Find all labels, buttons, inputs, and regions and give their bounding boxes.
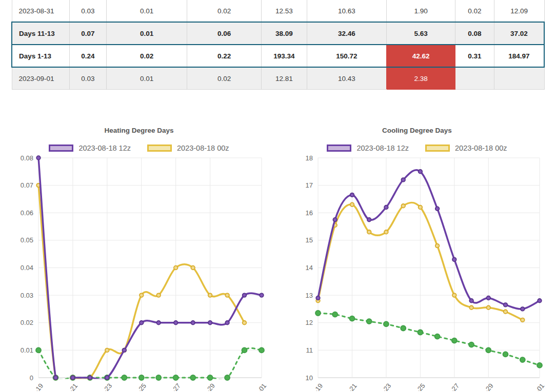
x-axis-tick-label: 08-25: [131, 382, 148, 391]
table-row[interactable]: Days 11-130.070.010.0638.0932.465.630.08…: [12, 22, 544, 45]
degree-days-table-body: 2023-08-310.030.010.0212.5310.631.900.02…: [12, 0, 544, 90]
value-cell: [455, 67, 494, 90]
legend-swatch-icon: [327, 145, 351, 152]
data-point-marker: [243, 321, 247, 325]
data-point-marker: [469, 299, 473, 303]
data-point-marker: [487, 306, 491, 310]
degree-days-table-grid: 2023-08-310.030.010.0212.5310.631.900.02…: [11, 0, 545, 90]
legend-label: 2023-08-18 00z: [177, 144, 229, 152]
y-axis-tick-label: 10: [306, 374, 313, 382]
x-axis-tick-label: 08-29: [200, 382, 216, 391]
data-point-marker: [435, 244, 440, 248]
charts-row: Heating Degree Days2023-08-18 12z2023-08…: [0, 122, 556, 391]
data-point-marker: [122, 375, 127, 380]
data-point-marker: [401, 326, 406, 331]
x-axis-tick-label: 08-19: [307, 382, 324, 391]
data-point-marker: [191, 266, 195, 270]
legend-item[interactable]: 2023-08-18 00z: [147, 144, 229, 152]
value-cell: 2.38: [387, 67, 455, 90]
data-point-marker: [140, 321, 144, 325]
row-label: Days 1-13: [12, 45, 69, 67]
data-point-marker: [173, 375, 178, 380]
chart-canvas[interactable]: 00.010.020.030.040.050.060.070.0808-1908…: [0, 153, 278, 391]
value-cell: 193.34: [262, 45, 307, 67]
value-cell: 12.09: [494, 0, 544, 22]
value-cell: 0.01: [107, 22, 187, 45]
row-label: Days 11-13: [12, 22, 69, 45]
y-axis-tick-label: 0.06: [21, 209, 33, 217]
data-point-marker: [367, 319, 372, 324]
data-point-marker: [190, 375, 195, 380]
legend-label: 2023-08-18 00z: [455, 144, 507, 152]
value-cell: 37.02: [494, 22, 544, 45]
data-point-marker: [156, 375, 161, 380]
value-cell: 0.24: [69, 45, 107, 67]
x-axis-tick-label: 08-25: [410, 382, 427, 391]
degree-days-table: 2023-08-310.030.010.0212.5310.631.900.02…: [11, 0, 545, 90]
y-axis-tick-label: 0.08: [21, 154, 33, 162]
data-point-marker: [208, 293, 212, 297]
table-row[interactable]: Days 1-130.240.020.22193.34150.7242.620.…: [12, 45, 544, 67]
chart-title: Cooling Degree Days: [278, 122, 556, 135]
y-axis-tick-label: 0.07: [21, 181, 33, 189]
value-cell: 12.81: [262, 67, 307, 90]
y-axis-tick-label: 14: [306, 264, 313, 272]
legend-item[interactable]: 2023-08-18 12z: [49, 144, 131, 152]
data-point-marker: [156, 293, 161, 297]
value-cell: 0.02: [107, 45, 187, 67]
data-point-marker: [243, 293, 247, 297]
data-point-marker: [452, 293, 456, 297]
y-axis-tick-label: 11: [306, 346, 313, 354]
value-cell: 10.63: [307, 0, 387, 22]
value-cell: 0.03: [69, 67, 107, 90]
data-point-marker: [401, 178, 405, 182]
data-point-marker: [54, 376, 58, 380]
data-point-marker: [367, 218, 371, 222]
heating-degree-days-chart: Heating Degree Days2023-08-18 12z2023-08…: [0, 122, 278, 391]
data-point-marker: [452, 258, 456, 262]
legend-swatch-icon: [425, 145, 450, 152]
y-axis-tick-label: 0.05: [21, 236, 33, 244]
data-point-marker: [538, 299, 542, 303]
legend-label: 2023-08-18 12z: [78, 144, 131, 152]
legend-item[interactable]: 2023-08-18 00z: [425, 144, 507, 152]
x-axis-tick-label: 08-21: [62, 382, 79, 391]
y-axis-tick-label: 0.02: [21, 319, 33, 326]
data-point-marker: [401, 204, 405, 208]
value-cell: 0.03: [69, 0, 107, 22]
table-row[interactable]: 2023-08-310.030.010.0212.5310.631.900.02…: [12, 0, 544, 22]
data-point-marker: [537, 363, 542, 368]
data-point-marker: [36, 347, 41, 353]
x-axis-tick-label: 08-27: [165, 382, 182, 391]
series-line: [38, 158, 262, 391]
value-cell: 12.53: [262, 0, 307, 22]
value-cell: 0.02: [455, 0, 494, 22]
data-point-marker: [419, 170, 423, 174]
data-point-marker: [384, 321, 389, 326]
chart-legend: 2023-08-18 12z2023-08-18 00z: [0, 143, 278, 153]
chart-title: Heating Degree Days: [0, 122, 278, 135]
data-point-marker: [140, 293, 144, 297]
legend-item[interactable]: 2023-08-18 12z: [327, 144, 409, 152]
data-point-marker: [487, 296, 491, 300]
table-row[interactable]: 2023-09-010.030.010.0212.8110.432.38: [12, 67, 544, 90]
data-point-marker: [208, 375, 213, 380]
data-point-marker: [105, 348, 109, 353]
value-cell: 150.72: [307, 45, 387, 67]
value-cell: 32.46: [307, 22, 387, 45]
value-cell: 38.09: [262, 22, 307, 45]
data-point-marker: [225, 293, 229, 297]
data-point-marker: [225, 375, 230, 380]
data-point-marker: [452, 338, 457, 343]
chart-canvas[interactable]: 10111213141516171808-1908-2108-2308-2508…: [278, 153, 556, 391]
x-axis-tick-label: 08-29: [478, 382, 495, 391]
data-point-marker: [486, 347, 491, 353]
x-axis-tick-label: 09-01: [251, 382, 268, 391]
cooling-degree-days-chart: Cooling Degree Days2023-08-18 12z2023-08…: [278, 122, 556, 391]
y-axis-tick-label: 12: [306, 319, 313, 326]
data-point-marker: [504, 303, 508, 307]
data-point-marker: [174, 321, 178, 325]
data-point-marker: [36, 156, 41, 160]
data-point-marker: [191, 321, 195, 325]
value-cell: 184.97: [494, 45, 544, 67]
